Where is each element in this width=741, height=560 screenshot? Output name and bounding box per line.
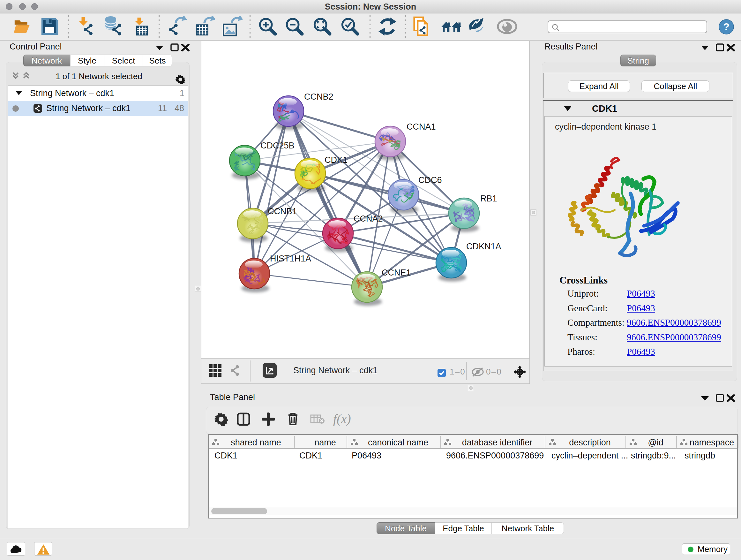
svg-text:CCNB2: CCNB2 bbox=[304, 92, 333, 102]
svg-text:HIST1H1A: HIST1H1A bbox=[270, 254, 311, 263]
svg-text:RB1: RB1 bbox=[480, 194, 497, 203]
svg-text:CDK1: CDK1 bbox=[325, 155, 347, 165]
svg-text:?: ? bbox=[723, 21, 730, 33]
svg-text:CCNA1: CCNA1 bbox=[407, 122, 436, 132]
svg-text:CCNB1: CCNB1 bbox=[268, 206, 297, 216]
svg-text:CCNE1: CCNE1 bbox=[382, 268, 411, 277]
svg-text:CDC25B: CDC25B bbox=[260, 141, 294, 150]
svg-text:CDKN1A: CDKN1A bbox=[466, 242, 501, 251]
svg-text:CDC6: CDC6 bbox=[418, 175, 442, 185]
svg-text:CCNA2: CCNA2 bbox=[354, 214, 383, 224]
